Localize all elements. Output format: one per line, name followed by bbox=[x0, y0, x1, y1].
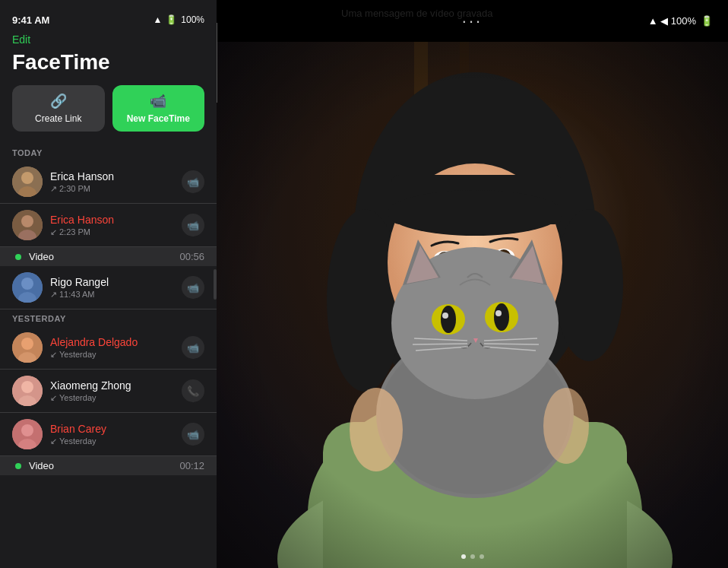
call-info: Alejandra Delgado ↙ Yesterday bbox=[50, 336, 182, 360]
facetime-icon: 📹 bbox=[187, 342, 199, 354]
avatar bbox=[12, 332, 43, 363]
call-time: ↙ Yesterday bbox=[50, 436, 182, 446]
edit-button[interactable]: Edit bbox=[0, 33, 217, 49]
new-facetime-label: New FaceTime bbox=[127, 113, 190, 124]
contact-name: Rigo Rangel bbox=[50, 276, 182, 288]
page-dots bbox=[217, 554, 728, 559]
video-message-row-brian[interactable]: Video 00:12 bbox=[0, 456, 217, 475]
facetime-icon: 📹 bbox=[187, 176, 199, 188]
svg-point-7 bbox=[21, 278, 33, 290]
call-info: Erica Hanson ↙ 2:23 PM bbox=[50, 214, 182, 237]
list-item[interactable]: Brian Carey ↙ Yesterday 📹 bbox=[0, 413, 217, 456]
facetime-icon: 📹 bbox=[187, 282, 199, 294]
phone-call-button[interactable]: 📞 bbox=[182, 379, 204, 402]
video-camera-icon: 📹 bbox=[150, 93, 166, 109]
video-duration: 00:56 bbox=[179, 251, 204, 262]
avatar bbox=[12, 272, 43, 303]
svg-point-4 bbox=[21, 215, 33, 227]
photo-battery: 🔋 bbox=[701, 15, 713, 27]
photo-status-bar: ··· ▲ ◀ 100% 🔋 bbox=[217, 0, 728, 42]
photo-status-right: ▲ ◀ 100% 🔋 bbox=[648, 15, 713, 27]
page-dot-3 bbox=[480, 554, 484, 559]
annotation-text: Uma mensagem de vídeo gravada bbox=[341, 8, 492, 19]
photo-panel bbox=[217, 42, 728, 568]
status-icons: ▲ 🔋 100% bbox=[153, 14, 204, 25]
status-bar: 9:41 AM ▲ 🔋 100% bbox=[0, 0, 217, 33]
page-dot-1 bbox=[461, 554, 466, 559]
page-title: FaceTime bbox=[0, 49, 217, 85]
video-label: Video bbox=[29, 251, 172, 262]
video-message-row[interactable]: Video 00:56 bbox=[0, 247, 217, 266]
section-header-yesterday: YESTERDAY bbox=[0, 309, 217, 326]
svg-rect-63 bbox=[217, 42, 728, 568]
svg-point-10 bbox=[21, 338, 33, 350]
call-info: Rigo Rangel ↗ 11:43 AM bbox=[50, 276, 182, 300]
facetime-icon: 📹 bbox=[187, 429, 199, 440]
call-list: TODAY Erica Hanson ↗ 2:30 PM 📹 bbox=[0, 144, 217, 568]
outgoing-icon: ↗ bbox=[50, 290, 57, 300]
annotation-label: Uma mensagem de vídeo gravada bbox=[341, 8, 492, 19]
link-icon: 🔗 bbox=[50, 93, 67, 109]
list-item[interactable]: Rigo Rangel ↗ 11:43 AM 📹 bbox=[0, 266, 217, 309]
sidebar: 9:41 AM ▲ 🔋 100% Edit FaceTime 🔗 Create … bbox=[0, 0, 217, 568]
avatar bbox=[12, 419, 43, 449]
facetime-call-button[interactable]: 📹 bbox=[182, 276, 204, 299]
battery-icon: 🔋 bbox=[166, 14, 177, 25]
photo-image bbox=[217, 42, 728, 568]
section-header-today: TODAY bbox=[0, 144, 217, 160]
facetime-call-button[interactable]: 📹 bbox=[182, 423, 204, 446]
status-time: 9:41 AM bbox=[12, 14, 49, 26]
incoming-icon: ↙ bbox=[50, 393, 57, 403]
svg-point-13 bbox=[21, 381, 33, 393]
facetime-call-button[interactable]: 📹 bbox=[182, 214, 204, 236]
avatar bbox=[12, 210, 43, 240]
call-time: ↙ Yesterday bbox=[50, 393, 182, 403]
incoming-icon: ↙ bbox=[50, 227, 57, 237]
wifi-icon: ▲ bbox=[153, 14, 162, 25]
facetime-call-button[interactable]: 📹 bbox=[182, 336, 204, 359]
call-time: ↗ 2:30 PM bbox=[50, 184, 182, 194]
contact-name: Brian Carey bbox=[50, 423, 182, 435]
list-item[interactable]: Xiaomeng Zhong ↙ Yesterday 📞 bbox=[0, 370, 217, 413]
contact-name: Xiaomeng Zhong bbox=[50, 379, 182, 392]
facetime-icon: 📹 bbox=[187, 220, 199, 231]
call-info: Erica Hanson ↗ 2:30 PM bbox=[50, 170, 182, 194]
svg-point-16 bbox=[21, 424, 33, 436]
call-time: ↙ 2:23 PM bbox=[50, 227, 182, 237]
video-duration: 00:12 bbox=[179, 460, 204, 471]
outgoing-icon: ↗ bbox=[50, 184, 57, 194]
incoming-icon: ↙ bbox=[50, 350, 57, 360]
annotation-line bbox=[217, 23, 217, 103]
list-item[interactable]: Alejandra Delgado ↙ Yesterday 📹 bbox=[0, 326, 217, 370]
incoming-icon: ↙ bbox=[50, 436, 57, 446]
page-dot-2 bbox=[470, 554, 475, 559]
create-link-label: Create Link bbox=[35, 113, 81, 124]
contact-name: Alejandra Delgado bbox=[50, 336, 182, 348]
facetime-call-button[interactable]: 📹 bbox=[182, 170, 204, 193]
video-dot-indicator bbox=[15, 463, 21, 469]
phone-icon: 📞 bbox=[187, 386, 199, 397]
photo-scene bbox=[217, 42, 728, 568]
create-link-button[interactable]: 🔗 Create Link bbox=[12, 85, 105, 132]
action-buttons: 🔗 Create Link 📹 New FaceTime bbox=[0, 85, 217, 144]
call-time: ↙ Yesterday bbox=[50, 350, 182, 360]
new-facetime-button[interactable]: 📹 New FaceTime bbox=[112, 85, 205, 132]
contact-name: Erica Hanson bbox=[50, 170, 182, 182]
list-item[interactable]: Erica Hanson ↙ 2:23 PM 📹 bbox=[0, 204, 217, 247]
video-dot-indicator bbox=[15, 254, 21, 260]
call-info: Brian Carey ↙ Yesterday bbox=[50, 423, 182, 446]
photo-wifi-icon: ▲ ◀ 100% bbox=[648, 15, 696, 27]
call-info: Xiaomeng Zhong ↙ Yesterday bbox=[50, 379, 182, 403]
list-item[interactable]: Erica Hanson ↗ 2:30 PM 📹 bbox=[0, 160, 217, 204]
contact-name: Erica Hanson bbox=[50, 214, 182, 226]
battery-percent: 100% bbox=[181, 14, 204, 25]
svg-point-1 bbox=[21, 172, 33, 184]
video-label: Video bbox=[29, 460, 172, 471]
call-time: ↗ 11:43 AM bbox=[50, 290, 182, 300]
avatar bbox=[12, 167, 43, 197]
avatar bbox=[12, 376, 43, 406]
